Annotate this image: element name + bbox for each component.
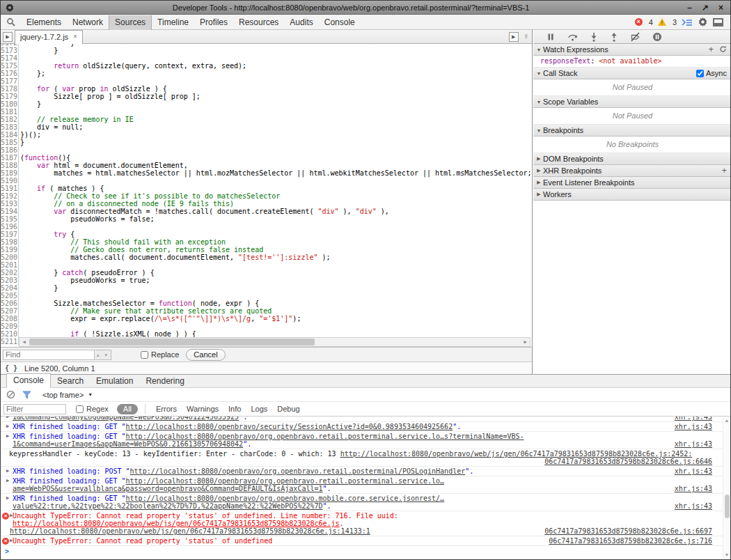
file-tab[interactable]: jquery-1.7.2.js ×	[15, 30, 83, 44]
scroll-up-icon[interactable]: ▲	[723, 418, 730, 423]
add-icon[interactable]: +	[708, 46, 714, 53]
code-line[interactable]: }	[19, 284, 58, 292]
replace-checkbox[interactable]	[141, 351, 148, 359]
source-link[interactable]: http://localhost:8080/openbravo/security…	[126, 423, 453, 430]
line-number[interactable]: 5198	[1, 238, 19, 246]
toolbar-tab-profiles[interactable]: Profiles	[194, 15, 233, 30]
code-editor[interactable]: 5172 }5173 }51745175 return oldSizzle(qu…	[1, 44, 532, 347]
line-number[interactable]: 5186	[1, 146, 19, 154]
line-number[interactable]: 5196	[1, 223, 19, 231]
source-link[interactable]: http://localhost:8080/openbravo/web/js/g…	[10, 527, 370, 535]
line-number[interactable]: 5208	[1, 315, 19, 322]
sidebar-section-event-listener-breakpoints[interactable]: ▶Event Listener Breakpoints	[533, 177, 731, 189]
console-message[interactable]: ▶XHR finished loading: GET "http://local…	[1, 494, 730, 511]
code-line[interactable]: pseudoWorks = false;	[19, 215, 155, 223]
source-link[interactable]: 1&command=companyLogo&appName=WebPOS&0.5…	[13, 417, 239, 421]
pause-script-icon[interactable]	[546, 32, 556, 42]
source-link[interactable]: 1&command=userImages&appName=WebPOS&0.21…	[13, 440, 243, 448]
line-number[interactable]: 5195	[1, 215, 19, 223]
toolbar-tab-console[interactable]: Console	[319, 15, 361, 30]
line-number[interactable]: 5185	[1, 139, 19, 146]
expand-triangle-icon[interactable]: ▶	[6, 417, 9, 419]
code-line[interactable]: } catch( pseudoError ) {	[19, 269, 155, 277]
console-message[interactable]: ▶XHR finished loading: GET "http://local…	[1, 476, 730, 494]
sidebar-section-watch[interactable]: ▼Watch Expressions+	[533, 44, 731, 56]
scrollbar-thumb[interactable]	[725, 495, 730, 518]
line-number[interactable]: 5190	[1, 177, 19, 185]
source-link[interactable]: http://localhost:8080/openbravo/web/js/g…	[340, 450, 693, 458]
console-scrollbar[interactable]: ▲ ▼	[723, 417, 730, 559]
code-line[interactable]	[19, 261, 20, 269]
line-number[interactable]: 5210	[1, 330, 19, 338]
code-line[interactable]: // on a disconnected node (IE 9 fails th…	[19, 200, 234, 208]
expand-triangle-icon[interactable]: ▶	[6, 478, 9, 483]
pretty-print-icon[interactable]: { }	[5, 364, 17, 372]
console-message[interactable]: ×▶Uncaught TypeError: Cannot read proper…	[1, 511, 730, 536]
level-filter-info[interactable]: Info	[228, 405, 241, 413]
warning-count-icon[interactable]: !	[658, 18, 666, 26]
deactivate-breakpoints-icon[interactable]	[630, 32, 640, 42]
clear-console-icon[interactable]	[6, 390, 15, 399]
sidebar-section-breakpoints[interactable]: ▼Breakpoints	[533, 125, 731, 137]
toolbar-tab-timeline[interactable]: Timeline	[152, 15, 194, 30]
scrollbar-thumb[interactable]	[29, 339, 315, 345]
line-number[interactable]: 5209	[1, 322, 19, 330]
line-number[interactable]: 5207	[1, 307, 19, 315]
close-tab-icon[interactable]: ×	[73, 33, 77, 40]
source-link[interactable]: value%22:true,%22type%22:%22boolean%22%7…	[13, 502, 323, 510]
source-link[interactable]: xhr.js:43	[675, 467, 712, 475]
toolbar-tab-elements[interactable]: Elements	[21, 15, 67, 30]
pause-on-exceptions-icon[interactable]	[652, 32, 662, 42]
source-link[interactable]: xhr.js:43	[675, 502, 712, 510]
line-number[interactable]: 5211	[1, 338, 19, 345]
source-link[interactable]: xhr.js:43	[675, 417, 712, 421]
settings-gear-icon[interactable]	[698, 17, 708, 27]
source-link[interactable]: xhr.js:43	[675, 423, 712, 430]
minimize-button[interactable]: –	[687, 1, 692, 14]
console-message[interactable]: ×▶06c7417a79831653d87598b823028c6e.js:71…	[1, 536, 730, 546]
drawer-tab-search[interactable]: Search	[51, 375, 90, 388]
source-link[interactable]: http://localhost:8080/openbravo/org.open…	[130, 467, 466, 475]
sidebar-section-scope[interactable]: ▼Scope Variables	[533, 96, 731, 108]
line-number[interactable]: 5202	[1, 269, 19, 277]
line-number[interactable]: 5197	[1, 231, 19, 238]
level-filter-all[interactable]: All	[117, 404, 138, 414]
code-line[interactable]	[19, 146, 20, 154]
line-number[interactable]: 5203	[1, 277, 19, 284]
line-number[interactable]: 5173	[1, 47, 19, 54]
code-line[interactable]: // Make sure that attribute selectors ar…	[19, 307, 272, 315]
find-input[interactable]	[3, 350, 95, 360]
expand-triangle-icon[interactable]: ▶	[6, 423, 9, 429]
toolbar-tab-audits[interactable]: Audits	[284, 15, 318, 30]
line-number[interactable]: 5181	[1, 108, 19, 116]
code-line[interactable]: Sizzle.matchesSelector = function( node,…	[19, 300, 259, 307]
console-filter-input[interactable]	[3, 404, 66, 414]
show-navigator-icon[interactable]: ▶	[3, 32, 13, 42]
code-line[interactable]	[19, 77, 20, 85]
line-number[interactable]: 5206	[1, 300, 19, 307]
code-line[interactable]	[19, 177, 20, 185]
source-link[interactable]: http://localhost:8080/openbravo/org.open…	[126, 477, 445, 485]
expand-triangle-icon[interactable]: ▶	[10, 538, 13, 543]
code-line[interactable]: (function(){	[19, 154, 70, 162]
source-link[interactable]: ame=WebPOS&user=vallblanca&password=open…	[13, 485, 323, 492]
code-line[interactable]	[19, 108, 20, 116]
sidebar-section-callstack[interactable]: ▼Call StackAsync	[533, 68, 731, 79]
line-number[interactable]: 5178	[1, 85, 19, 93]
dock-side-icon[interactable]	[713, 18, 723, 26]
code-line[interactable]: expr = expr.replace(/\=\s*([^'"\]]*)\s*\…	[19, 315, 301, 322]
sidebar-section-dom-breakpoints[interactable]: ▶DOM Breakpoints	[533, 153, 731, 165]
source-link[interactable]: http://localhost:8080/openbravo/web/js/g…	[13, 520, 340, 527]
console-prompt[interactable]: >	[1, 546, 730, 557]
code-line[interactable]	[19, 54, 20, 62]
line-number[interactable]: 5179	[1, 93, 19, 100]
restore-button[interactable]: ↗	[702, 1, 709, 14]
code-line[interactable]: try {	[19, 231, 74, 238]
line-number[interactable]: 5176	[1, 70, 19, 77]
code-line[interactable]: return oldSizzle(query, context, extra, …	[19, 62, 246, 70]
frame-selector[interactable]: <top frame> ▼	[42, 391, 93, 399]
source-link[interactable]: xhr.js:43	[675, 485, 712, 492]
toolbar-tab-network[interactable]: Network	[67, 15, 109, 30]
find-prev-next-icons[interactable]: ▲ ▼	[95, 350, 111, 360]
line-number[interactable]: 5194	[1, 208, 19, 215]
